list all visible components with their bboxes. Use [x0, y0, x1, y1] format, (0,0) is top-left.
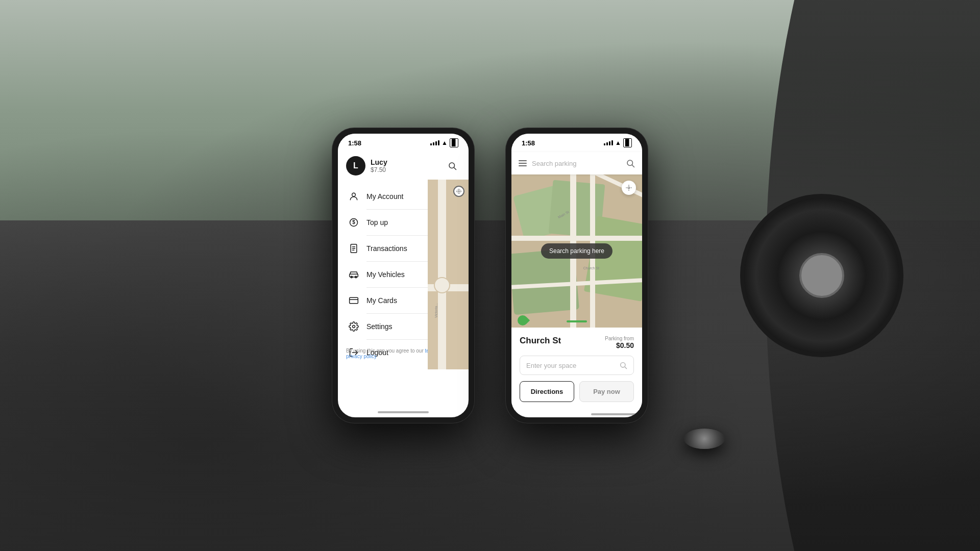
home-indicator-left	[378, 411, 429, 413]
svg-rect-12	[350, 297, 358, 304]
right-wifi-icon: ▲	[615, 139, 621, 146]
map-road-v	[438, 180, 446, 369]
privacy-link[interactable]: privacy policy	[346, 354, 377, 359]
right-signal	[604, 140, 613, 145]
background-sensor	[684, 429, 725, 449]
car-icon	[348, 269, 359, 280]
background-wheel	[740, 194, 903, 357]
menu-label-transactions: Transactions	[366, 244, 407, 253]
right-phone: 1:58 ▲ ▊	[505, 128, 648, 423]
svg-point-16	[458, 191, 460, 192]
svg-point-17	[457, 189, 461, 193]
sheet-handle	[567, 320, 587, 322]
menu-header: L Lucy $7.50	[338, 152, 469, 180]
parking-from-label: Parking from	[605, 336, 634, 341]
left-time: 1:58	[348, 139, 361, 147]
road-label: Victoria...	[434, 303, 438, 318]
map-area[interactable]: Main St Church St Search parking here	[511, 174, 642, 328]
right-phone-inner: 1:58 ▲ ▊	[511, 134, 642, 417]
home-indicator-right	[591, 413, 642, 415]
left-battery-icon: ▊	[450, 138, 458, 147]
map-road-horizontal-1	[511, 236, 642, 241]
header-search-button[interactable]	[444, 158, 460, 174]
left-map-preview: Victoria...	[428, 180, 469, 369]
right-time: 1:58	[522, 139, 535, 147]
svg-point-2	[352, 193, 356, 196]
menu-label-my-account: My Account	[366, 192, 403, 201]
svg-line-1	[454, 168, 456, 170]
user-balance: $7.50	[371, 166, 387, 173]
right-status-bar: 1:58 ▲ ▊	[511, 134, 642, 152]
parking-marker-container	[518, 315, 528, 325]
svg-line-23	[632, 165, 634, 167]
user-info: L Lucy $7.50	[346, 156, 387, 176]
left-phone-screen: 1:58 ▲ ▊ L	[338, 134, 469, 417]
phones-container: 1:58 ▲ ▊ L	[332, 128, 648, 423]
gear-icon	[348, 321, 359, 332]
svg-text:$: $	[352, 219, 355, 225]
menu-body: My Account $ Top up	[338, 180, 469, 369]
card-icon	[348, 295, 359, 306]
map-location-btn-right[interactable]	[622, 181, 636, 195]
parking-price: $0.50	[605, 341, 634, 349]
parking-header: Church St Parking from $0.50	[520, 336, 634, 349]
svg-point-24	[628, 187, 630, 189]
map-location-btn-left[interactable]	[453, 186, 464, 197]
svg-point-22	[627, 160, 633, 166]
parking-name: Church St	[520, 336, 561, 346]
map-roundabout	[434, 277, 450, 293]
receipt-icon	[348, 243, 359, 254]
left-status-icons: ▲ ▊	[430, 138, 458, 147]
map-search-bar: Search parking	[511, 152, 642, 174]
search-bubble[interactable]: Search parking here	[541, 243, 612, 259]
left-phone: 1:58 ▲ ▊ L	[332, 128, 475, 423]
menu-label-settings: Settings	[366, 322, 393, 331]
space-input-placeholder: Enter your space	[526, 362, 576, 369]
svg-line-26	[625, 367, 626, 368]
parking-marker	[516, 313, 530, 328]
bottom-buttons: Directions Pay now	[520, 381, 634, 402]
user-name: Lucy	[371, 158, 387, 166]
svg-point-14	[353, 325, 355, 328]
map-label-church: Church St	[583, 266, 599, 270]
avatar: L	[346, 156, 365, 176]
left-status-bar: 1:58 ▲ ▊	[338, 134, 469, 152]
right-phone-screen: 1:58 ▲ ▊	[511, 134, 642, 417]
pay-now-button[interactable]: Pay now	[579, 381, 634, 402]
search-placeholder[interactable]: Search parking	[532, 160, 621, 167]
menu-label-top-up: Top up	[366, 218, 388, 227]
right-status-icons: ▲ ▊	[604, 138, 632, 147]
svg-point-0	[449, 163, 455, 168]
right-battery-icon: ▊	[623, 138, 632, 147]
directions-button[interactable]: Directions	[520, 381, 574, 402]
svg-point-25	[621, 363, 625, 367]
space-input[interactable]: Enter your space	[520, 356, 634, 375]
menu-label-my-vehicles: My Vehicles	[366, 270, 405, 279]
bottom-sheet: Church St Parking from $0.50 Enter your …	[511, 328, 642, 410]
user-details: Lucy $7.50	[371, 158, 387, 173]
left-wifi-icon: ▲	[442, 139, 448, 146]
person-icon	[348, 191, 359, 202]
left-signal	[430, 140, 439, 145]
parking-price-info: Parking from $0.50	[605, 336, 634, 349]
search-icon-right[interactable]	[626, 159, 635, 168]
hamburger-menu[interactable]	[519, 160, 527, 166]
dollar-icon: $	[348, 217, 359, 228]
menu-label-my-cards: My Cards	[366, 296, 397, 305]
